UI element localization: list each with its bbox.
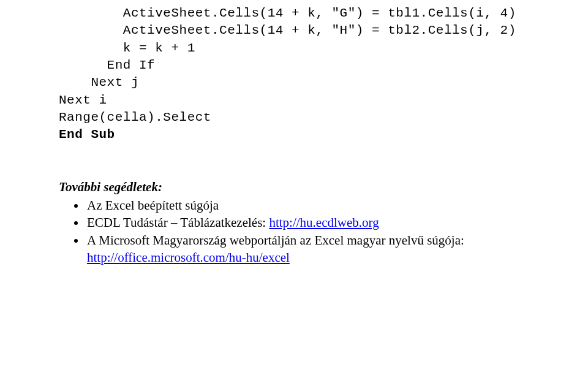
code-line: Next j <box>59 74 583 91</box>
code-line: ActiveSheet.Cells(14 + k, "G") = tbl1.Ce… <box>59 5 583 22</box>
code-line: ActiveSheet.Cells(14 + k, "H") = tbl2.Ce… <box>59 22 583 39</box>
list-item: Az Excel beépített súgója <box>86 197 583 214</box>
code-line: k = k + 1 <box>59 40 583 57</box>
hyperlink[interactable]: http://office.microsoft.com/hu-hu/excel <box>87 250 290 265</box>
bullet-list: Az Excel beépített súgója ECDL Tudástár … <box>86 197 583 266</box>
code-end-sub: End Sub <box>59 126 583 143</box>
list-item: ECDL Tudástár – Táblázatkezelés: http://… <box>86 214 583 231</box>
code-line: End If <box>59 57 583 74</box>
list-item-text: A Microsoft Magyarország webportálján az… <box>87 233 464 248</box>
hyperlink[interactable]: http://hu.ecdlweb.org <box>269 215 379 230</box>
document-page: ActiveSheet.Cells(14 + k, "G") = tbl1.Ce… <box>0 0 588 372</box>
section-heading: További segédletek: <box>59 178 583 195</box>
list-item-text: Az Excel beépített súgója <box>87 198 219 213</box>
code-line: Next i <box>59 92 583 109</box>
list-item: A Microsoft Magyarország webportálján az… <box>86 232 583 267</box>
list-item-text: ECDL Tudástár – Táblázatkezelés: <box>87 215 269 230</box>
code-line: Range(cella).Select <box>59 109 583 126</box>
